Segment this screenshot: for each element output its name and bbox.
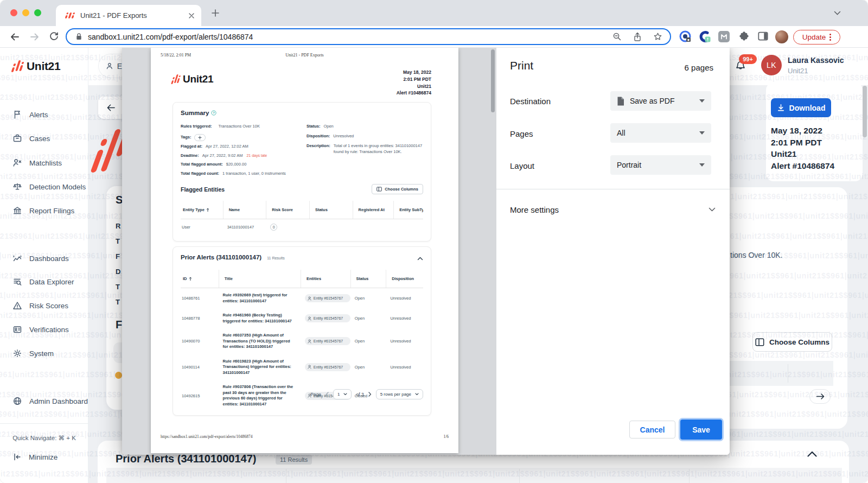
column-disposition[interactable]: Disposition	[386, 270, 423, 288]
more-settings-label: More settings	[510, 205, 559, 214]
page-total-label: of 3	[356, 392, 363, 397]
next-page-icon[interactable]	[368, 392, 372, 397]
entity-pill[interactable]: Entity #61545767	[305, 337, 350, 345]
column-title[interactable]: Title	[219, 270, 301, 288]
bank-icon	[12, 206, 22, 215]
pdf-brand-name: Unit21	[183, 73, 213, 85]
person-icon	[308, 365, 311, 369]
sidebar-item-dashboards[interactable]: Dashboards	[0, 249, 88, 268]
entity-search-input[interactable]: E	[98, 54, 122, 78]
c-extension-icon[interactable]	[699, 30, 712, 43]
sidebar-item-verifications[interactable]: Verifications	[0, 320, 88, 339]
column-entity-subtype[interactable]: Entity SubType	[393, 201, 423, 219]
entity-pill[interactable]: Entity #61545767	[305, 363, 350, 371]
tab-search-chevron-icon[interactable]	[834, 11, 841, 16]
chart-icon	[12, 253, 22, 263]
column-entity-type[interactable]: Entity Type	[181, 201, 223, 219]
field-fragment: T	[116, 283, 120, 291]
extensions-puzzle-icon[interactable]	[738, 30, 750, 42]
next-arrow-button[interactable]	[809, 389, 831, 404]
column-risk-score[interactable]: Risk Score	[266, 201, 309, 219]
page-scrollbar[interactable]	[863, 86, 867, 137]
pdf-meta-block: May 18, 2022 2:01 PM PDT Unit21 Alert #1…	[397, 69, 431, 97]
destination-select[interactable]: Save as PDF	[610, 91, 711, 111]
zoom-window-button[interactable]	[34, 9, 41, 16]
pdf-summary-title-row: Summary ?	[181, 110, 216, 116]
column-status[interactable]: Status	[309, 201, 353, 219]
table-row[interactable]: 10490070 Rule #6037353 (High Amount of T…	[181, 328, 423, 354]
risk-score-cell: 0	[266, 219, 309, 235]
user-avatar[interactable]: LK	[761, 55, 782, 75]
zoom-icon[interactable]	[612, 32, 622, 41]
entity-pill[interactable]: Entity #61545767	[305, 294, 350, 302]
onepassword-extension-icon[interactable]	[679, 30, 692, 43]
arrow-right-icon	[816, 393, 825, 400]
sidebar-item-matchlists[interactable]: Matchlists	[0, 154, 88, 172]
print-header-title: Unit21 - PDF Exports	[151, 53, 458, 58]
column-status[interactable]: Status	[350, 270, 386, 288]
entity-pill[interactable]: Entity #61545767	[305, 314, 350, 322]
collapse-chevron-icon[interactable]	[417, 257, 423, 260]
share-icon[interactable]	[633, 32, 642, 42]
close-window-button[interactable]	[10, 9, 17, 16]
page-back-button[interactable]	[98, 97, 122, 119]
table-row[interactable]: 10486761 Rule #9392669 (test) triggered …	[181, 288, 423, 308]
sidebar-item-cases[interactable]: Cases	[0, 129, 88, 148]
title-cell: Rule #6037353 (High Amount of Transactio…	[219, 328, 301, 354]
sidebar-item-report-filings[interactable]: Report Filings	[0, 201, 88, 220]
update-button[interactable]: Update	[793, 30, 840, 45]
cancel-button[interactable]: Cancel	[629, 421, 675, 438]
browser-tab[interactable]: Unit21 - PDF Exports	[56, 5, 201, 26]
new-tab-button[interactable]	[211, 9, 220, 17]
table-row[interactable]: User 341101000147 0	[181, 219, 423, 235]
sidebar-item-alerts[interactable]: Alerts	[0, 105, 88, 124]
add-tag-button[interactable]	[194, 134, 206, 141]
preview-scrollbar[interactable]	[491, 49, 495, 112]
pages-select[interactable]: All	[610, 123, 711, 143]
app-area: Unit21 Alerts Cases Matchlists Detection…	[0, 48, 868, 483]
minimize-label: Minimize	[29, 453, 58, 461]
page-select[interactable]: 1	[333, 389, 352, 399]
profile-avatar[interactable]	[775, 30, 788, 43]
bookmark-star-icon[interactable]	[653, 32, 662, 41]
column-registered-at[interactable]: Registered At	[353, 201, 394, 219]
table-row[interactable]: 10490114 Rule #6019823 (High Amount of T…	[181, 354, 423, 380]
choose-columns-button[interactable]: Choose Columns	[752, 332, 832, 352]
disposition-cell: Unresolved	[386, 360, 423, 374]
collapse-chevron-icon[interactable]	[807, 450, 818, 457]
pdf-preview-page: 5/18/22, 2:01 PM Unit21 - PDF Exports Un…	[151, 48, 458, 453]
prev-page-icon[interactable]	[326, 392, 329, 397]
minimize-window-button[interactable]	[22, 9, 29, 16]
side-panel-icon[interactable]	[757, 30, 769, 42]
sidebar-item-admin-dashboard[interactable]: Admin Dashboard	[0, 392, 88, 410]
column-name[interactable]: Name	[223, 201, 266, 219]
sidebar-item-risk-scores[interactable]: Risk Scores	[0, 296, 88, 315]
deadline-late-note: 21 days late	[246, 154, 267, 157]
pagination: Page 1 of 3 5 rows per page	[310, 389, 423, 399]
layout-select[interactable]: Portrait	[610, 155, 711, 175]
id-card-icon	[12, 325, 22, 334]
more-settings-toggle[interactable]: More settings	[510, 202, 716, 217]
url-bar[interactable]: sandbox1.unit21.com/pdf-export/alerts/10…	[66, 28, 671, 45]
rows-per-page-select[interactable]: 5 rows per page	[376, 389, 423, 399]
sidebar-item-data-explorer[interactable]: Data Explorer	[0, 272, 88, 291]
table-row[interactable]: 10486778 Rule #9461960 (Becky Testing) t…	[181, 308, 423, 328]
sidebar-item-system[interactable]: System	[0, 344, 88, 363]
column-entities[interactable]: Entities	[301, 270, 350, 288]
entities-cell: Entity #61545767	[301, 359, 350, 376]
gray-extension-icon[interactable]	[718, 31, 730, 42]
sidebar-item-detection-models[interactable]: Detection Models	[0, 177, 88, 196]
prior-alerts-title-row: Prior Alerts (341101000147) 11 Results	[181, 254, 423, 260]
column-id[interactable]: ID	[181, 270, 219, 288]
back-button[interactable]	[9, 31, 20, 42]
table-header-row: ID Title Entities Status Disposition	[181, 270, 423, 288]
reload-button[interactable]	[49, 31, 59, 42]
tab-close-icon[interactable]	[188, 12, 195, 19]
save-button[interactable]: Save	[680, 420, 722, 440]
document-icon	[617, 97, 624, 106]
pdf-choose-columns-button[interactable]: Choose Columns	[372, 184, 423, 194]
forward-button[interactable]	[29, 31, 40, 42]
download-button[interactable]: Download	[771, 98, 831, 117]
sidebar-minimize-button[interactable]: Minimize	[13, 453, 58, 461]
svg-text:?: ?	[213, 111, 215, 115]
